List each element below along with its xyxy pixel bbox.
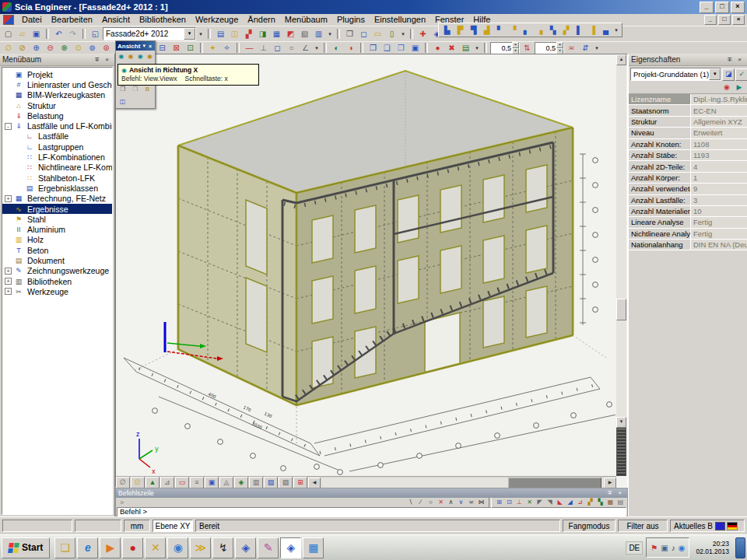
offset-spinner[interactable]: 0,5▴▾	[490, 42, 520, 54]
save-icon[interactable]: ▣	[30, 28, 43, 40]
toolbar-button[interactable]: ⊛	[100, 42, 113, 54]
ansicht-palette-titlebar[interactable]: Ansicht ▾ ×	[116, 41, 155, 51]
pin-icon[interactable]: ∓	[724, 55, 735, 64]
dropdown-arrow-icon[interactable]: ▾	[313, 42, 321, 54]
property-row[interactable]: Anzahl Stäbe:1193	[629, 150, 747, 161]
property-row[interactable]: StaatsnormEC-EN	[629, 105, 747, 116]
offset-spinner[interactable]: 0,5▴▾	[535, 42, 564, 54]
toolbar-button[interactable]: ⊿	[160, 477, 174, 488]
close-icon[interactable]: ×	[102, 55, 112, 64]
toolbar-button[interactable]: ⊘	[16, 42, 29, 54]
scroll-left-arrow[interactable]: ◀	[308, 478, 321, 488]
title-bar[interactable]: Scia Engineer - [Fassade2d+ 2012 : 1] _ …	[0, 0, 747, 14]
toolbar-button[interactable]: ▞	[585, 499, 595, 507]
expand-icon[interactable]: +	[5, 278, 12, 285]
toolbar-button[interactable]: ≍	[565, 42, 578, 54]
tree-item-nichtlineare-lf-kombinationen[interactable]: +∷Nichtlineare LF-Kombinationen	[2, 163, 112, 173]
flag-status-icon[interactable]: ⚑	[651, 544, 658, 552]
tree-item-aluminium[interactable]: +IIAluminium	[2, 224, 112, 234]
tree-item-dokument[interactable]: +▤Dokument	[2, 255, 112, 265]
new-icon[interactable]: ▢	[2, 28, 15, 40]
toolbar-button[interactable]: ❐	[117, 84, 128, 95]
toolbar-button[interactable]: ▦	[270, 28, 283, 40]
toolbar-button[interactable]: ⋈	[476, 499, 486, 507]
view-axo-icon[interactable]: ◉	[146, 51, 154, 62]
menu-item-werkzeuge[interactable]: Werkzeuge	[191, 14, 243, 26]
show-desktop-button[interactable]	[735, 537, 745, 558]
toolbar-button[interactable]: ⊖	[44, 42, 57, 54]
tree-item-projekt[interactable]: +▣Projekt	[2, 69, 112, 79]
menu-item-ändern[interactable]: Ändern	[243, 14, 279, 26]
toolbar-button[interactable]: ∕	[416, 499, 426, 507]
toolbar-button[interactable]: ▯	[385, 28, 398, 40]
toolbar-button[interactable]: ○	[285, 42, 298, 54]
toolbar-button[interactable]: ▭	[371, 28, 384, 40]
property-selector[interactable]: Projekt-Grunddaten (1) ▾	[630, 68, 721, 81]
toolbar-button[interactable]: ▤	[214, 28, 227, 40]
toolbar-button[interactable]: ⊠	[170, 42, 183, 54]
current-layer-indicator[interactable]: Aktuelles B	[670, 520, 745, 532]
toolbar-button[interactable]: ⊟	[156, 42, 169, 54]
tree-item-lastfälle-und-lf-kombinationen[interactable]: -⇓Lastfälle und LF-Kombinationen	[2, 121, 112, 131]
toolbar-button[interactable]: ⊞	[494, 499, 504, 507]
pin-icon[interactable]: ∓	[605, 489, 615, 497]
dropdown-arrow-icon[interactable]: ▾	[473, 42, 481, 54]
property-row[interactable]: Anzahl Lastfälle:3	[629, 195, 747, 206]
toolbar-button[interactable]: ❒	[395, 42, 408, 54]
unit-indicator[interactable]: mm	[124, 520, 150, 532]
toolbar-button[interactable]: ▤	[459, 42, 472, 54]
start-button[interactable]: Start	[2, 537, 50, 558]
property-row[interactable]: LizenznameDipl.-Ing.S.Ryklin STAT...	[629, 94, 747, 105]
toolbar-button[interactable]: ⊞	[293, 477, 307, 488]
window-icon[interactable]: ◱	[89, 28, 102, 40]
mdi-minimize-button[interactable]: _	[704, 15, 717, 25]
toolbar-button[interactable]: ▚	[595, 499, 605, 507]
taskbar-tools-app[interactable]: ✕	[145, 537, 166, 558]
menu-item-bibliotheken[interactable]: Bibliotheken	[135, 14, 191, 26]
property-row[interactable]: NiveauErweitert	[629, 128, 747, 138]
volume-icon[interactable]: ♪	[672, 544, 675, 552]
taskbar-chrome[interactable]: ◉	[167, 537, 188, 558]
taskbar-media-player[interactable]: ▶	[100, 537, 121, 558]
mdi-child-icon[interactable]	[3, 15, 14, 25]
toolbar-button[interactable]: ⇵	[579, 42, 592, 54]
taskbar-image-viewer[interactable]: ▦	[303, 537, 324, 558]
taskbar-scia-engineer-active[interactable]: ◈	[280, 537, 301, 558]
property-row[interactable]: NationalanhangDIN EN NA (Deutschlan...	[629, 240, 747, 250]
property-row[interactable]: Lineare AnalyseFertig	[629, 217, 747, 228]
toolbar-button[interactable]: ▜	[467, 24, 480, 36]
toolbar-button[interactable]: ◥	[545, 499, 555, 507]
redo-icon[interactable]: ↷	[66, 28, 79, 40]
taskbar-clock[interactable]: 20:23 02.01.2013	[693, 540, 732, 555]
toolbar-button[interactable]: ▗	[533, 24, 546, 36]
toolbar-button[interactable]: ⇅	[521, 42, 534, 54]
toolbar-button[interactable]: ◑	[344, 42, 357, 54]
chevron-down-icon[interactable]: ▾	[709, 68, 721, 80]
chart-icon[interactable]: ◉	[721, 82, 732, 92]
tree-item-werkzeuge[interactable]: +✂Werkzeuge	[2, 286, 112, 296]
toolbar-button[interactable]: ▥	[312, 28, 325, 40]
filter-toggle[interactable]: Filter aus	[618, 520, 668, 532]
spinner-up-icon[interactable]: ▴	[556, 42, 563, 48]
collapse-icon[interactable]: -	[5, 123, 12, 130]
toolbar-button[interactable]: ∧	[446, 499, 456, 507]
scroll-down-arrow[interactable]: ▼	[616, 417, 626, 428]
toolbar-button[interactable]: ▌	[573, 24, 586, 36]
scroll-right-arrow[interactable]: ▶	[604, 478, 616, 488]
close-icon[interactable]: ×	[615, 489, 625, 497]
tree-item-lastgruppen[interactable]: +∟Lastgruppen	[2, 142, 112, 152]
tree-item-berechnung-fe-netz[interactable]: +▦Berechnung, FE-Netz	[2, 194, 112, 204]
model-viewport[interactable]: 400 170 130 3030	[115, 54, 628, 488]
undo-icon[interactable]: ↶	[52, 28, 65, 40]
toolbar-button[interactable]: ▦	[605, 499, 615, 507]
toolbar-button[interactable]: ∨	[456, 499, 466, 507]
toolbar-button[interactable]: ▧	[279, 477, 293, 488]
toolbar-button[interactable]: ◨	[256, 28, 269, 40]
print-icon[interactable]: ❐	[343, 28, 356, 40]
toolbar-button[interactable]: ▄	[599, 24, 612, 36]
toolbar-button[interactable]: ◢	[565, 499, 575, 507]
toolbar-button[interactable]: ▐	[586, 24, 599, 36]
tree-item-linienraster-und-geschosse[interactable]: +#Linienraster und Geschosse	[2, 79, 112, 89]
toolbar-button[interactable]: ◤	[535, 499, 545, 507]
toolbar-button[interactable]: ▝	[507, 24, 520, 36]
